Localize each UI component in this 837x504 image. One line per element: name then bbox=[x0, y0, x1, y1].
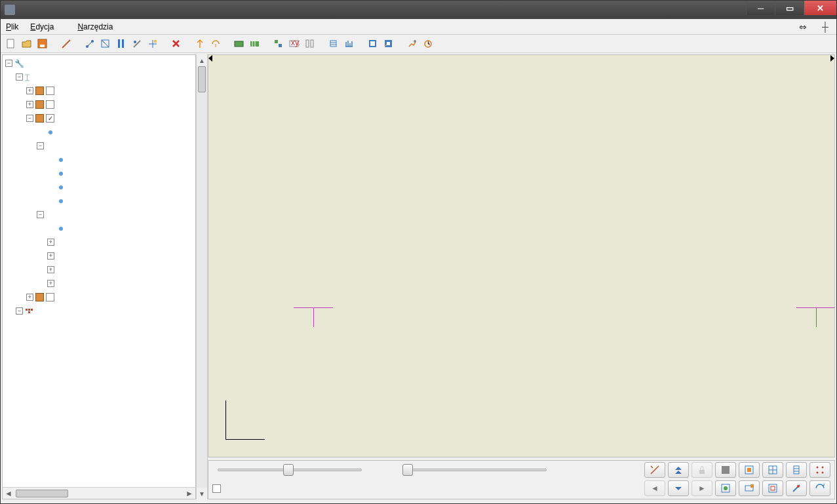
tb-open[interactable] bbox=[20, 37, 33, 50]
slider-thumb[interactable] bbox=[402, 464, 413, 476]
scroll-up-icon[interactable]: ▲ bbox=[197, 54, 207, 66]
svg-rect-20 bbox=[370, 41, 375, 46]
panel-btn-down[interactable] bbox=[668, 480, 689, 496]
tb-tool-8[interactable] bbox=[209, 37, 222, 50]
panel-btn-7[interactable] bbox=[786, 462, 807, 478]
tb-tool-2[interactable] bbox=[83, 37, 96, 50]
expand-icon[interactable]: − bbox=[37, 211, 44, 218]
viewport[interactable] bbox=[208, 54, 835, 457]
panel-btn-lock[interactable] bbox=[691, 462, 712, 478]
canvas-area: ◄ ► bbox=[208, 54, 835, 499]
zoom-slider[interactable] bbox=[218, 463, 362, 476]
checkbox[interactable] bbox=[46, 114, 54, 123]
tb-tool-15[interactable] bbox=[343, 37, 356, 50]
angle-slider[interactable] bbox=[402, 463, 547, 476]
expand-icon[interactable]: − bbox=[5, 60, 12, 67]
scroll-thumb[interactable] bbox=[16, 490, 68, 497]
scroll-right-icon[interactable]: ► bbox=[184, 489, 195, 498]
panel-btn-10[interactable] bbox=[739, 480, 760, 496]
menu-narzedzia[interactable]: Narzędzia bbox=[77, 22, 113, 31]
expand-icon[interactable]: + bbox=[26, 101, 33, 108]
bullet-icon bbox=[59, 185, 63, 189]
expand-icon[interactable]: − bbox=[16, 307, 23, 315]
tb-tool-11[interactable] bbox=[272, 37, 285, 50]
svg-rect-16 bbox=[306, 40, 309, 47]
tb-tool-14[interactable] bbox=[327, 37, 340, 50]
tb-tool-7[interactable] bbox=[193, 37, 206, 50]
panel-btn-up[interactable] bbox=[668, 462, 689, 478]
svg-rect-2 bbox=[40, 45, 45, 47]
svg-rect-17 bbox=[311, 40, 313, 47]
panel-btn-1[interactable] bbox=[644, 462, 665, 478]
scroll-down-icon[interactable]: ▼ bbox=[197, 488, 207, 499]
tb-tool-1[interactable] bbox=[60, 37, 73, 50]
expand-icon[interactable]: + bbox=[47, 239, 54, 246]
expand-icon[interactable]: − bbox=[26, 115, 33, 122]
expand-icon[interactable]: + bbox=[26, 87, 33, 94]
tb-tool-19[interactable] bbox=[421, 37, 435, 50]
tb-tool-6[interactable] bbox=[146, 37, 159, 50]
tb-new[interactable] bbox=[5, 37, 18, 50]
expand-icon[interactable]: + bbox=[47, 252, 54, 260]
checkbox[interactable] bbox=[46, 87, 54, 95]
tb-tool-12[interactable]: xyz bbox=[288, 37, 301, 50]
sidebar-vscroll[interactable]: ▲ ▼ bbox=[196, 54, 208, 499]
expand-icon[interactable]: + bbox=[47, 266, 54, 273]
svg-rect-39 bbox=[771, 486, 775, 490]
panel-btn-12[interactable] bbox=[786, 480, 807, 496]
slider-thumb[interactable] bbox=[283, 464, 294, 476]
support-icon bbox=[313, 307, 314, 327]
scroll-left-icon[interactable]: ◄ bbox=[3, 489, 14, 498]
bullet-icon bbox=[59, 199, 63, 203]
tb-save[interactable] bbox=[36, 37, 49, 50]
svg-text:xyz: xyz bbox=[291, 39, 300, 47]
svg-rect-38 bbox=[769, 484, 777, 492]
toolbar: xyz bbox=[1, 35, 836, 53]
expand-icon[interactable]: + bbox=[26, 294, 33, 301]
profile-color-icon bbox=[35, 293, 44, 301]
panel-btn-6[interactable] bbox=[762, 462, 783, 478]
svg-rect-18 bbox=[330, 41, 336, 47]
tb-tool-4[interactable] bbox=[115, 37, 128, 50]
expand-icon[interactable]: − bbox=[16, 73, 23, 81]
checkbox[interactable] bbox=[46, 100, 54, 109]
tree-hscroll[interactable]: ◄ ► bbox=[3, 487, 195, 499]
support-icon bbox=[816, 307, 817, 327]
tb-tool-9[interactable] bbox=[233, 37, 246, 50]
menubar-util-2[interactable]: ┼ bbox=[819, 22, 831, 32]
profile-color-icon bbox=[35, 114, 44, 123]
nodes-icon bbox=[25, 307, 33, 315]
close-button[interactable]: ✕ bbox=[804, 1, 836, 15]
tb-tool-13[interactable] bbox=[303, 37, 317, 50]
scroll-thumb[interactable] bbox=[198, 66, 206, 92]
panel-btn-11[interactable] bbox=[762, 480, 783, 496]
maximize-button[interactable]: ▭ bbox=[775, 1, 804, 15]
tb-tool-18[interactable] bbox=[406, 37, 419, 50]
tb-tool-3[interactable] bbox=[99, 37, 112, 50]
minimize-button[interactable]: ─ bbox=[746, 1, 775, 15]
tb-tool-10[interactable] bbox=[248, 37, 262, 50]
profile-color-icon bbox=[35, 87, 44, 95]
main-area: −🔧 −⌶ + + − − − + + + + + − bbox=[1, 53, 836, 501]
tb-tool-17[interactable] bbox=[382, 37, 395, 50]
svg-point-22 bbox=[414, 40, 416, 43]
panel-btn-8[interactable] bbox=[809, 462, 830, 478]
tb-tool-5[interactable] bbox=[130, 37, 144, 50]
tb-delete[interactable] bbox=[170, 37, 183, 50]
tb-tool-16[interactable] bbox=[366, 37, 380, 50]
panel-btn-9[interactable] bbox=[715, 480, 736, 496]
menu-edycja[interactable]: Edycja bbox=[30, 22, 54, 31]
panel-btn-right[interactable]: ► bbox=[691, 480, 712, 496]
checkbox[interactable] bbox=[46, 293, 54, 301]
menu-plik[interactable]: Plik bbox=[6, 22, 18, 31]
panel-btn-13[interactable] bbox=[809, 480, 830, 496]
panel-btn-left[interactable]: ◄ bbox=[644, 480, 665, 496]
project-tree[interactable]: −🔧 −⌶ + + − − − + + + + + − bbox=[3, 55, 195, 487]
menubar-util-1[interactable]: ⇔ bbox=[797, 22, 809, 32]
expand-icon[interactable]: − bbox=[37, 142, 44, 149]
panel-btn-4[interactable] bbox=[715, 462, 736, 478]
zoom-range-checkbox[interactable] bbox=[212, 484, 221, 493]
expand-icon[interactable]: + bbox=[47, 280, 54, 287]
bottom-panel: ◄ ► bbox=[208, 460, 835, 499]
panel-btn-5[interactable] bbox=[739, 462, 760, 478]
